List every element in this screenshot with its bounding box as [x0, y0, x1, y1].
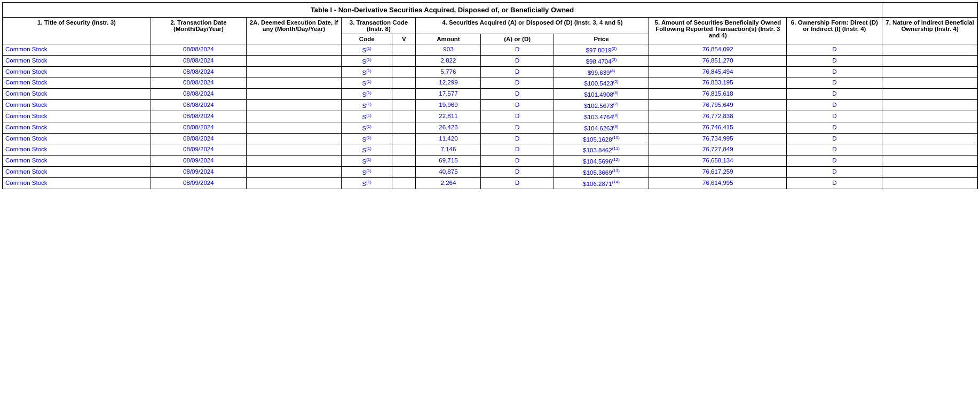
- ownership-form: D: [787, 144, 882, 156]
- nature-of-ownership: [882, 133, 978, 144]
- col5-header: 5. Amount of Securities Beneficially Own…: [649, 18, 787, 44]
- security-title: Common Stock: [3, 133, 151, 144]
- transaction-v: [392, 111, 416, 122]
- transaction-v: [392, 122, 416, 133]
- amount: 17,577: [416, 89, 481, 100]
- col4-aord-header: (A) or (D): [481, 34, 554, 44]
- security-title: Common Stock: [3, 144, 151, 156]
- acquired-disposed: D: [481, 167, 554, 178]
- price: $103.4764(8): [554, 111, 649, 122]
- col3-v-header: V: [392, 34, 416, 44]
- transaction-date: 08/09/2024: [151, 156, 247, 167]
- ownership-form: D: [787, 133, 882, 144]
- transaction-code: S(1): [342, 89, 392, 100]
- price: $100.5423(5): [554, 77, 649, 89]
- transaction-code: S(1): [342, 66, 392, 77]
- col3-header: 3. Transaction Code (Instr. 8): [342, 18, 416, 34]
- transaction-date: 08/09/2024: [151, 177, 247, 189]
- deemed-execution-date: [246, 66, 342, 77]
- security-title: Common Stock: [3, 66, 151, 77]
- nature-of-ownership: [882, 89, 978, 100]
- deemed-execution-date: [246, 55, 342, 66]
- deemed-execution-date: [246, 156, 342, 167]
- transaction-v: [392, 133, 416, 144]
- transaction-v: [392, 156, 416, 167]
- acquired-disposed: D: [481, 144, 554, 156]
- acquired-disposed: D: [481, 66, 554, 77]
- table-row: Common Stock08/08/2024S(1)12,299D$100.54…: [3, 77, 978, 89]
- beneficially-owned: 76,658,134: [649, 156, 787, 167]
- acquired-disposed: D: [481, 77, 554, 89]
- transaction-code: S(1): [342, 156, 392, 167]
- transaction-v: [392, 66, 416, 77]
- acquired-disposed: D: [481, 100, 554, 111]
- transaction-date: 08/09/2024: [151, 144, 247, 156]
- price: $102.5673(7): [554, 100, 649, 111]
- transaction-v: [392, 44, 416, 56]
- amount: 11,420: [416, 133, 481, 144]
- transaction-code: S(1): [342, 77, 392, 89]
- amount: 2,822: [416, 55, 481, 66]
- security-title: Common Stock: [3, 55, 151, 66]
- beneficially-owned: 76,727,849: [649, 144, 787, 156]
- col2a-header: 2A. Deemed Execution Date, if any (Month…: [246, 18, 342, 44]
- col7-header: 7. Nature of Indirect Beneficial Ownersh…: [882, 18, 978, 44]
- transaction-date: 08/08/2024: [151, 100, 247, 111]
- deemed-execution-date: [246, 44, 342, 56]
- nature-of-ownership: [882, 156, 978, 167]
- acquired-disposed: D: [481, 89, 554, 100]
- table-row: Common Stock08/08/2024S(1)17,577D$101.49…: [3, 89, 978, 100]
- ownership-form: D: [787, 100, 882, 111]
- amount: 69,715: [416, 156, 481, 167]
- table-row: Common Stock08/09/2024S(1)7,146D$103.846…: [3, 144, 978, 156]
- acquired-disposed: D: [481, 133, 554, 144]
- price: $97.8019(2): [554, 44, 649, 56]
- deemed-execution-date: [246, 122, 342, 133]
- table-row: Common Stock08/09/2024S(1)69,715D$104.56…: [3, 156, 978, 167]
- nature-of-ownership: [882, 144, 978, 156]
- beneficially-owned: 76,833,195: [649, 77, 787, 89]
- col2-header: 2. Transaction Date (Month/Day/Year): [151, 18, 247, 44]
- table-row: Common Stock08/08/2024S(1)22,811D$103.47…: [3, 111, 978, 122]
- price: $98.4704(3): [554, 55, 649, 66]
- transaction-date: 08/08/2024: [151, 55, 247, 66]
- transaction-date: 08/08/2024: [151, 66, 247, 77]
- nature-of-ownership: [882, 66, 978, 77]
- deemed-execution-date: [246, 177, 342, 189]
- table-row: Common Stock08/09/2024S(1)40,875D$105.36…: [3, 167, 978, 178]
- security-title: Common Stock: [3, 89, 151, 100]
- nature-of-ownership: [882, 122, 978, 133]
- nature-of-ownership: [882, 111, 978, 122]
- beneficially-owned: 76,795,649: [649, 100, 787, 111]
- deemed-execution-date: [246, 111, 342, 122]
- acquired-disposed: D: [481, 44, 554, 56]
- deemed-execution-date: [246, 133, 342, 144]
- securities-table: Table I - Non-Derivative Securities Acqu…: [2, 2, 978, 189]
- table-row: Common Stock08/08/2024S(1)903D$97.8019(2…: [3, 44, 978, 56]
- table-row: Common Stock08/08/2024S(1)11,420D$105.16…: [3, 133, 978, 144]
- price: $99.639(4): [554, 66, 649, 77]
- transaction-date: 08/09/2024: [151, 167, 247, 178]
- ownership-form: D: [787, 111, 882, 122]
- nature-of-ownership: [882, 100, 978, 111]
- amount: 903: [416, 44, 481, 56]
- transaction-code: S(1): [342, 122, 392, 133]
- beneficially-owned: 76,851,270: [649, 55, 787, 66]
- amount: 5,776: [416, 66, 481, 77]
- security-title: Common Stock: [3, 111, 151, 122]
- transaction-code: S(1): [342, 100, 392, 111]
- ownership-form: D: [787, 122, 882, 133]
- price: $106.2871(14): [554, 177, 649, 189]
- price: $103.8462(11): [554, 144, 649, 156]
- transaction-v: [392, 167, 416, 178]
- transaction-code: S(1): [342, 111, 392, 122]
- transaction-date: 08/08/2024: [151, 122, 247, 133]
- transaction-v: [392, 144, 416, 156]
- acquired-disposed: D: [481, 122, 554, 133]
- table-row: Common Stock08/08/2024S(1)26,423D$104.62…: [3, 122, 978, 133]
- transaction-v: [392, 77, 416, 89]
- transaction-v: [392, 100, 416, 111]
- nature-of-ownership: [882, 177, 978, 189]
- col3-code-header: Code: [342, 34, 392, 44]
- table-row: Common Stock08/08/2024S(1)19,969D$102.56…: [3, 100, 978, 111]
